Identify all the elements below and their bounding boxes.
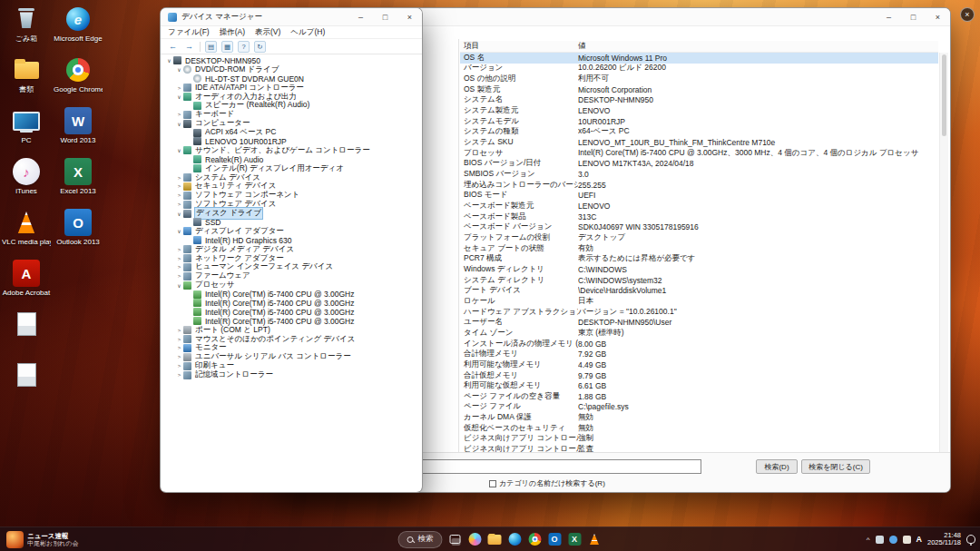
system-info-row[interactable]: システムの種類 x64-ベース PC: [460, 127, 938, 138]
desktop-icon[interactable]: [2, 361, 51, 390]
chrome-icon[interactable]: [527, 532, 543, 547]
desktop-icon[interactable]: W Word 2013: [54, 107, 103, 144]
expander-icon[interactable]: >: [175, 256, 183, 261]
console-tree-icon[interactable]: ▤: [205, 41, 217, 53]
expander-icon[interactable]: >: [175, 192, 183, 198]
system-info-row[interactable]: BIOS バージョン/日付 LENOVO M17KT43A, 2024/04/1…: [460, 159, 938, 170]
forward-icon[interactable]: →: [183, 41, 195, 53]
widgets-button[interactable]: ニュース速報 中尾彬お別れの会: [3, 529, 83, 549]
system-info-row[interactable]: 合計仮想メモリ 9.79 GB: [460, 370, 938, 381]
expander-icon[interactable]: >: [175, 372, 183, 378]
close-button[interactable]: ×: [926, 8, 950, 25]
system-info-row[interactable]: ページ ファイルの空き容量 1.88 GB: [460, 391, 938, 402]
system-info-row[interactable]: セキュア ブートの状態 有効: [460, 243, 938, 254]
scan-hardware-icon[interactable]: ↻: [254, 41, 266, 53]
help-icon[interactable]: ?: [238, 41, 250, 53]
device-tree-item[interactable]: ∨ プロセッサ: [162, 280, 421, 290]
system-info-row[interactable]: システム SKU LENOVO_MT_10UR_BU_Think_FM_Thin…: [460, 137, 938, 148]
desktop-icon[interactable]: Google Chrome: [54, 56, 103, 93]
system-info-row[interactable]: ベースボード バージョン SDK0J40697 WIN 330517819591…: [460, 222, 938, 233]
device-tree-item[interactable]: Intel(R) Core(TM) i5-7400 CPU @ 3.00GHz: [162, 290, 421, 299]
expander-icon[interactable]: >: [175, 328, 183, 333]
system-info-row[interactable]: 仮想化ベースのセキュリティ 無効: [460, 423, 938, 434]
desktop-icon[interactable]: VLC media player: [2, 209, 51, 246]
system-info-row[interactable]: ビジネス向けアプリ コントロール ポリ... 強制: [460, 434, 938, 445]
system-info-row[interactable]: SMBIOS バージョン 3.0: [460, 169, 938, 180]
device-tree-item[interactable]: ∨ コンピューター: [162, 119, 421, 128]
menu-item[interactable]: ヘルプ(H): [290, 27, 325, 38]
desktop-icon[interactable]: ごみ箱: [2, 5, 51, 43]
find-button[interactable]: 検索(D): [756, 459, 798, 474]
system-info-row[interactable]: システムモデル 10UR001RJP: [460, 116, 938, 127]
system-info-row[interactable]: プラットフォームの役割 デスクトップ: [460, 232, 938, 243]
tray-icon[interactable]: [876, 536, 884, 544]
system-info-row[interactable]: 合計物理メモリ 7.92 GB: [460, 349, 938, 359]
system-info-row[interactable]: インストール済みの物理メモリ (RAM) 8.00 GB: [460, 339, 938, 349]
device-tree-item[interactable]: Intel(R) Core(TM) i5-7400 CPU @ 3.00GHz: [162, 299, 421, 308]
system-info-row[interactable]: 利用可能な物理メモリ 4.49 GB: [460, 359, 938, 370]
expander-icon[interactable]: >: [175, 363, 183, 369]
screen-close-icon[interactable]: ×: [960, 7, 975, 22]
system-info-row[interactable]: ベースボード製品 313C: [460, 212, 938, 222]
system-info-row[interactable]: BIOS モード UEFI: [460, 191, 938, 202]
edge-icon[interactable]: [507, 532, 523, 547]
copilot-icon[interactable]: [467, 532, 483, 547]
close-find-button[interactable]: 検索を閉じる(C): [801, 459, 870, 474]
system-info-row[interactable]: OS の他の説明 利用不可: [460, 74, 938, 84]
expander-icon[interactable]: ∨: [175, 147, 183, 153]
expander-icon[interactable]: ∨: [175, 228, 183, 234]
expander-icon[interactable]: >: [175, 354, 183, 359]
system-info-row[interactable]: ユーザー名 DESKTOP-NHMN950\User: [460, 317, 938, 328]
expander-icon[interactable]: ∨: [175, 282, 183, 289]
expander-icon[interactable]: >: [175, 345, 183, 350]
tray-icon[interactable]: [889, 536, 897, 544]
checkbox-icon[interactable]: [489, 480, 496, 487]
device-tree-item[interactable]: ∨ ディスク ドライブ: [162, 209, 421, 218]
vertical-scrollbar[interactable]: [939, 53, 948, 452]
close-button[interactable]: ×: [397, 8, 422, 25]
ime-indicator[interactable]: A: [916, 535, 923, 544]
expander-icon[interactable]: >: [175, 202, 183, 207]
expander-icon[interactable]: ∨: [175, 211, 183, 217]
hidden-icons-chevron[interactable]: ^: [867, 536, 870, 544]
system-info-row[interactable]: カーネル DMA 保護 無効: [460, 412, 938, 423]
taskbar-search[interactable]: 検索: [398, 531, 443, 548]
system-info-row[interactable]: ロケール 日本: [460, 296, 938, 307]
device-manager-titlebar[interactable]: デバイス マネージャー – □ ×: [161, 8, 422, 26]
properties-icon[interactable]: ▦: [221, 41, 233, 53]
desktop-icon[interactable]: PC: [2, 107, 51, 144]
minimize-button[interactable]: –: [877, 8, 901, 25]
expander-icon[interactable]: >: [175, 112, 183, 117]
expander-icon[interactable]: ∨: [175, 121, 183, 127]
expander-icon[interactable]: >: [175, 175, 183, 181]
vlc-icon[interactable]: [587, 532, 603, 547]
column-header-value[interactable]: 値: [578, 41, 586, 52]
expander-icon[interactable]: >: [175, 85, 183, 91]
expander-icon[interactable]: ∨: [175, 93, 183, 100]
system-info-row[interactable]: PCR7 構成 表示するためには昇格が必要です: [460, 253, 938, 264]
column-header-item[interactable]: 項目: [460, 41, 578, 52]
system-info-row[interactable]: ハードウェア アブストラクション レイヤー バージョン = "10.0.2610…: [460, 307, 938, 318]
system-info-row[interactable]: ベースボード製造元 LENOVO: [460, 201, 938, 212]
maximize-button[interactable]: □: [901, 8, 926, 25]
system-info-row[interactable]: 利用可能な仮想メモリ 6.61 GB: [460, 380, 938, 391]
menu-item[interactable]: 表示(V): [255, 27, 280, 38]
outlook-icon[interactable]: [547, 532, 563, 547]
desktop-icon[interactable]: X Excel 2013: [54, 158, 103, 195]
system-info-row[interactable]: タイム ゾーン 東京 (標準時): [460, 328, 938, 339]
device-tree-item[interactable]: > 記憶域コントローラー: [162, 370, 421, 379]
device-tree-item[interactable]: Intel(R) Core(TM) i5-7400 CPU @ 3.00GHz: [162, 308, 421, 317]
excel-icon[interactable]: [567, 532, 583, 547]
minimize-button[interactable]: –: [348, 8, 373, 25]
tray-icon[interactable]: [903, 536, 911, 544]
search-category-names-only-option[interactable]: カテゴリの名前だけ検索する(R): [489, 478, 605, 488]
taskview-icon[interactable]: [447, 532, 463, 547]
system-info-row[interactable]: OS 名 Microsoft Windows 11 Pro: [460, 53, 938, 64]
expander-icon[interactable]: >: [175, 273, 183, 279]
menu-item[interactable]: ファイル(F): [168, 27, 210, 38]
system-info-row[interactable]: プロセッサ Intel(R) Core(TM) i5-7400 CPU @ 3.…: [460, 148, 938, 159]
menu-item[interactable]: 操作(A): [220, 27, 245, 38]
system-info-row[interactable]: バージョン 10.0.26200 ビルド 26200: [460, 64, 938, 74]
maximize-button[interactable]: □: [373, 8, 397, 25]
desktop-icon[interactable]: e Microsoft Edge: [54, 5, 103, 43]
